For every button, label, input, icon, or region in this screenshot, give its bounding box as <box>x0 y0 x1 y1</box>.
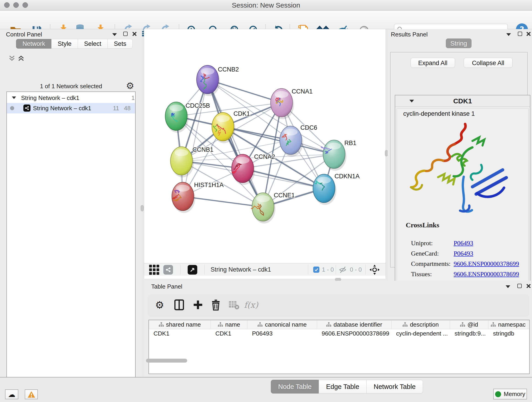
crosslink-value-link[interactable]: P06493 <box>454 248 473 259</box>
network-row-selected[interactable]: String Network – cdk1 11 48 <box>7 103 135 114</box>
memory-status-dot-icon <box>495 391 501 397</box>
grid-view-icon[interactable] <box>149 265 159 275</box>
control-panel: Control Panel NetworkStyleSelectSets 1 o… <box>0 29 142 377</box>
network-selection-status: 1 of 1 Network selected <box>0 81 142 91</box>
table-cell[interactable]: stringdb <box>488 329 528 338</box>
node-label: CDK1 <box>234 110 250 117</box>
crosslink-label: Uniprot: <box>411 238 433 248</box>
warnings-button[interactable] <box>25 389 38 399</box>
table-cell[interactable]: stringdb:9... <box>450 329 488 338</box>
table-toolbar: ⚙ f(x) <box>148 294 529 317</box>
network-options-gear-icon[interactable]: ⚙ <box>126 80 134 91</box>
column-header-name[interactable]: name <box>211 320 247 329</box>
selected-checkbox-icon[interactable] <box>313 267 319 273</box>
tab-edge-table[interactable]: Edge Table <box>319 380 367 394</box>
crosslink-value-link[interactable]: P06493 <box>454 238 473 248</box>
close-panel-icon[interactable] <box>526 32 531 36</box>
add-column-icon[interactable] <box>193 299 203 311</box>
network-node-cdkn1a[interactable] <box>313 174 336 205</box>
crosslink-value-link[interactable]: 9606.ENSP00000378699 <box>454 259 519 269</box>
node-label: CCNA2 <box>254 153 275 160</box>
selected-node-edge-counts: 1 - 0 <box>322 263 334 276</box>
expand-all-button[interactable]: Expand All <box>411 58 455 68</box>
network-node-hist1h1a[interactable] <box>172 182 195 213</box>
table-row[interactable]: CDK1CDK1P064939606.ENSP00000378699cyclin… <box>149 329 529 338</box>
collapse-all-button[interactable]: Collapse All <box>464 58 513 68</box>
hidden-eye-slash-icon <box>339 266 347 274</box>
toolbar-separator <box>365 265 366 274</box>
expand-all-tree-icon[interactable] <box>17 55 25 61</box>
network-node-ccna2[interactable] <box>232 154 255 185</box>
float-panel-icon[interactable] <box>518 32 522 36</box>
table-cell[interactable]: CDK1 <box>149 329 211 338</box>
crosslink-value-link[interactable]: 9606.ENSP00000378699 <box>454 269 519 279</box>
column-header-canonical-name[interactable]: canonical name <box>247 320 317 329</box>
tab-sets[interactable]: Sets <box>108 39 133 49</box>
column-header-description[interactable]: description <box>392 320 450 329</box>
table-panel-title: Table Panel <box>151 283 182 290</box>
memory-button[interactable]: Memory <box>493 389 527 400</box>
crosslink-row: GeneCard:P06493 <box>397 248 529 259</box>
tab-select[interactable]: Select <box>78 39 108 49</box>
column-header-namespac[interactable]: namespac <box>488 320 528 329</box>
network-node-cdk1[interactable] <box>212 113 235 143</box>
vertical-splitter-handle[interactable] <box>141 205 144 211</box>
toolbar-separator <box>180 265 181 274</box>
column-header-database-identifier[interactable]: database identifier <box>317 320 392 329</box>
window-title: Session: New Session <box>0 0 532 11</box>
pan-crosshair-icon[interactable] <box>370 265 380 275</box>
tab-style[interactable]: Style <box>51 39 78 49</box>
protein-structure-image <box>404 120 522 218</box>
close-panel-icon[interactable] <box>132 32 137 36</box>
table-cell[interactable]: P06493 <box>247 329 317 338</box>
table-panel: Table Panel ⚙ f(x) shared namenamecanoni… <box>144 281 532 377</box>
node-result-card: CDK1 cyclin-dependent kinase 1 <box>395 95 530 287</box>
panel-menu-icon[interactable] <box>112 33 117 36</box>
delete-column-trash-icon[interactable] <box>211 299 220 311</box>
cloud-button[interactable]: ☁ <box>5 389 18 399</box>
tab-node-table[interactable]: Node Table <box>271 380 319 394</box>
node-description: cyclin-dependent kinase 1 <box>403 110 475 117</box>
hierarchy-icon <box>491 322 496 327</box>
hierarchy-icon <box>460 322 465 327</box>
table-settings-gear-icon[interactable]: ⚙ <box>155 299 164 311</box>
node-label: RB1 <box>344 140 356 147</box>
share-view-icon[interactable] <box>163 265 173 274</box>
current-network-name: String Network – cdk1 <box>210 263 271 276</box>
tab-network-table[interactable]: Network Table <box>366 380 423 394</box>
node-card-header[interactable]: CDK1 <box>395 95 530 107</box>
panel-menu-icon[interactable] <box>506 33 511 36</box>
collapse-all-tree-icon[interactable] <box>8 55 16 61</box>
horizontal-scrollbar-thumb[interactable] <box>146 359 187 363</box>
float-panel-icon[interactable] <box>123 32 128 36</box>
network-collection-row[interactable]: String Network – cdk1 1 <box>7 93 135 103</box>
network-status-dot-icon <box>10 106 14 110</box>
table-cell[interactable]: 9606.ENSP00000378699 <box>317 329 392 338</box>
network-node-ccnb2[interactable] <box>196 65 220 96</box>
birdseye-view-icon[interactable] <box>188 265 197 274</box>
node-label: CDC25B <box>186 102 210 109</box>
table-cell[interactable]: cyclin-dependent ... <box>392 329 450 338</box>
tab-string[interactable]: String <box>446 38 472 48</box>
close-panel-icon[interactable] <box>526 283 531 288</box>
show-columns-icon[interactable] <box>174 299 184 311</box>
network-node-cdc25b[interactable] <box>165 102 189 133</box>
crosslink-row: Compartments:9606.ENSP00000378699 <box>397 259 529 269</box>
crosslinks-title: CrossLinks <box>406 221 439 229</box>
tab-network[interactable]: Network <box>16 39 51 49</box>
float-panel-icon[interactable] <box>517 284 522 288</box>
node-card-title: CDK1 <box>395 95 530 107</box>
node-card-body: cyclin-dependent kinase 1 <box>397 108 529 285</box>
table-cell[interactable]: CDK1 <box>211 329 247 338</box>
network-node-ccne1[interactable] <box>251 193 275 223</box>
network-canvas[interactable]: CCNB2CCNA1CDC25BCDK1CDC6RB1CCNB1CCNA2CDK… <box>144 29 386 263</box>
column-header-label: canonical name <box>265 321 307 328</box>
network-node-ccnb1[interactable] <box>171 147 194 177</box>
column-header-label: database identifier <box>334 321 382 328</box>
network-node-cdc6[interactable] <box>280 126 303 157</box>
column-header--id[interactable]: @id <box>450 320 488 329</box>
collection-expand-icon[interactable] <box>12 96 16 99</box>
panel-menu-icon[interactable] <box>506 285 510 288</box>
node-label: CCNE1 <box>274 192 295 199</box>
column-header-shared-name[interactable]: shared name <box>149 320 211 329</box>
